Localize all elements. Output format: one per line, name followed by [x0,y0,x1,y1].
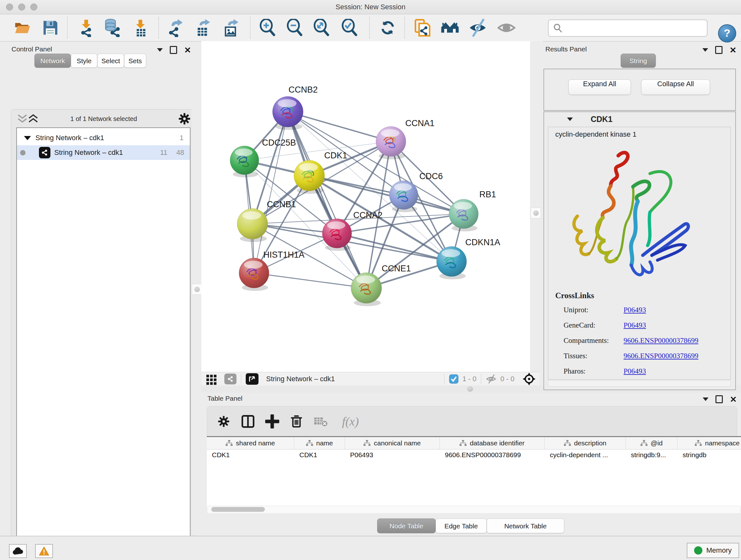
node-CCNA1[interactable]: CCNA1 [376,118,434,159]
node-RB1[interactable]: RB1 [449,190,496,232]
table-cell[interactable]: CDK1 [207,449,294,461]
column-header-database-identifier[interactable]: database identifier [440,437,545,449]
network-overview-icon[interactable] [224,374,237,384]
detach-view-icon[interactable] [246,373,259,385]
warnings-button[interactable] [35,544,53,558]
close-panel-icon[interactable]: ✕ [730,47,737,53]
copy-network-button[interactable] [412,17,432,38]
node-CCNE1[interactable]: CCNE1 [351,264,411,306]
network-canvas[interactable]: CCNB2CCNA1CDC25BCDK1CDC6RB1CCNB1CCNA2CDK… [201,41,530,372]
table-cell[interactable]: 9606.ENSP00000378699 [440,449,545,461]
help-button[interactable]: ? [718,24,736,43]
tab-sets[interactable]: Sets [124,54,146,68]
expand-all-button[interactable]: Expand All [568,79,631,95]
close-panel-icon[interactable]: ✕ [730,396,737,402]
tree-expand-icon[interactable] [24,136,31,140]
edge-CDK1-RB1[interactable] [309,176,464,214]
network-collection-row[interactable]: String Network – cdk1 1 [17,131,190,145]
table-cell[interactable]: P06493 [345,449,440,461]
tab-network[interactable]: Network [35,54,71,68]
column-header-shared-name[interactable]: shared name [207,437,294,449]
table-cell[interactable]: stringdb [677,449,741,461]
tab-select[interactable]: Select [97,54,124,68]
results-scrollbar[interactable] [548,380,731,387]
save-session-button[interactable] [40,17,61,38]
zoom-selected-button[interactable] [339,17,360,38]
right-splitter[interactable] [530,41,543,372]
birds-eye-grid-icon[interactable] [206,373,219,385]
close-panel-icon[interactable]: ✕ [184,47,191,53]
export-table-button[interactable] [192,17,213,38]
search-input[interactable] [566,24,707,32]
export-network-button[interactable] [165,17,186,38]
crosslink-link[interactable]: P06493 [623,367,646,375]
table-hscrollbar-thumb[interactable] [211,507,265,512]
tab-style[interactable]: Style [71,54,97,68]
import-network-database-button[interactable] [102,17,123,38]
network-options-gear-icon[interactable] [179,113,191,125]
collapse-panel-icon[interactable] [702,48,708,52]
column-header--id[interactable]: @id [626,437,677,449]
float-panel-icon[interactable] [715,46,723,54]
node-CCNB1[interactable]: CCNB1 [237,199,296,242]
section-expand-icon[interactable] [567,118,573,121]
open-session-button[interactable] [12,17,32,38]
node-HIST1H1A[interactable]: HIST1H1A [239,250,305,291]
tab-edge-table[interactable]: Edge Table [435,518,487,533]
edge-CCNB2-HIST1H1A[interactable] [254,112,288,273]
crosslink-link[interactable]: 9606.ENSP00000378699 [623,336,698,345]
column-header-namespace[interactable]: namespace [677,437,741,449]
table-options-button[interactable] [212,411,236,432]
tab-string[interactable]: String [621,54,656,68]
zoom-in-button[interactable] [257,17,278,38]
memory-button[interactable]: Memory [687,543,739,558]
first-neighbors-button[interactable] [440,17,460,38]
export-image-button[interactable] [221,17,241,38]
column-header-name[interactable]: name [294,437,345,449]
tab-network-table[interactable]: Network Table [487,518,564,533]
edge-HIST1H1A-CCNE1[interactable] [254,273,366,288]
collapse-panel-icon[interactable] [703,397,709,401]
cdk1-section-header[interactable]: CDK1 [544,112,735,126]
import-network-file-button[interactable] [76,17,96,38]
float-panel-icon[interactable] [716,395,723,403]
fit-content-crosshair-icon[interactable] [523,373,536,385]
selected-checkbox-icon[interactable] [449,374,459,384]
table-cell[interactable]: cyclin-dependent ... [545,449,626,461]
node-CCNB2[interactable]: CCNB2 [273,85,318,130]
show-all-button[interactable] [496,17,517,38]
table-row[interactable]: CDK1CDK1P064939606.ENSP00000378699cyclin… [207,449,741,461]
zoom-out-button[interactable] [284,17,305,38]
import-table-file-button[interactable] [130,17,151,38]
hidden-eye-icon[interactable] [486,374,496,384]
edge-CCNB2-CCNE1[interactable] [288,112,366,288]
crosslink-link[interactable]: P06493 [623,306,646,314]
zoom-fit-button[interactable] [311,17,332,38]
hide-selected-button[interactable] [468,17,488,38]
crosslink-link[interactable]: P06493 [623,321,646,329]
expand-all-networks-icon[interactable] [17,114,28,124]
table-cell[interactable]: CDK1 [294,449,345,461]
right-splitter-handle[interactable] [531,207,541,219]
node-CDKN1A[interactable]: CDKN1A [436,238,500,279]
left-splitter-handle[interactable] [192,284,202,295]
crosslink-link[interactable]: 9606.ENSP00000378699 [623,352,698,360]
collapse-all-button[interactable]: Collapse All [641,79,710,95]
edge-CCNB2-CCNA1[interactable] [288,112,391,141]
save-floppy-icon [42,19,59,37]
network-row-selected[interactable]: String Network – cdk1 11 48 [17,145,190,160]
tab-node-table[interactable]: Node Table [377,518,435,533]
horizontal-splitter-handle[interactable] [467,386,473,392]
table-hscrollbar[interactable] [207,506,740,513]
add-column-button[interactable] [260,411,284,432]
delete-column-button[interactable] [284,411,309,432]
column-header-description[interactable]: description [545,437,626,449]
float-panel-icon[interactable] [170,46,177,54]
show-columns-button[interactable] [236,411,260,432]
collapse-panel-icon[interactable] [157,48,163,52]
refresh-button[interactable] [378,17,398,38]
collapse-all-networks-icon[interactable] [28,114,39,124]
column-header-canonical-name[interactable]: canonical name [345,437,440,449]
cloud-status-button[interactable] [9,544,27,558]
table-cell[interactable]: stringdb:9... [626,449,677,461]
